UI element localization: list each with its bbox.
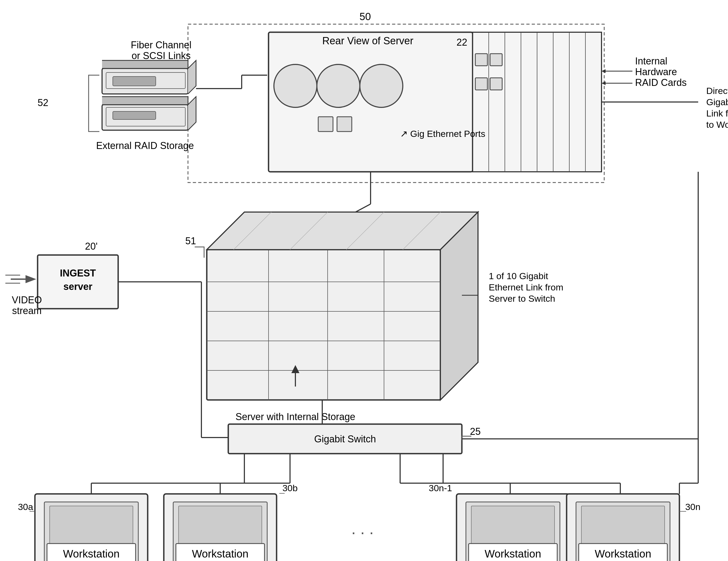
- svg-text:Link from Server: Link from Server: [706, 108, 728, 118]
- svg-rect-47: [207, 250, 440, 400]
- svg-rect-20: [318, 117, 333, 132]
- svg-text:22: 22: [457, 37, 467, 48]
- svg-text:. . .: . . .: [351, 520, 374, 538]
- svg-text:Gigabit Ethernet: Gigabit Ethernet: [706, 97, 728, 107]
- svg-text:30b: 30b: [282, 483, 298, 493]
- svg-text:or SCSI Links: or SCSI Links: [132, 50, 191, 61]
- svg-rect-34: [490, 78, 502, 90]
- svg-marker-36: [602, 69, 606, 73]
- svg-text:20': 20': [85, 241, 98, 252]
- svg-text:Workstation: Workstation: [192, 548, 248, 560]
- svg-point-19: [360, 64, 403, 107]
- svg-text:Fiber Channel: Fiber Channel: [131, 39, 191, 50]
- svg-rect-7: [113, 111, 156, 120]
- svg-rect-4: [113, 77, 156, 86]
- svg-text:Workstation: Workstation: [63, 548, 119, 560]
- svg-point-18: [317, 64, 360, 107]
- diagram-container: 50 52 External RAID Storage Fiber Channe…: [0, 0, 728, 561]
- svg-text:External RAID Storage: External RAID Storage: [96, 140, 194, 151]
- svg-text:30n: 30n: [685, 502, 701, 512]
- svg-text:Hardware: Hardware: [635, 66, 677, 77]
- svg-text:Server to Switch: Server to Switch: [489, 293, 555, 303]
- main-diagram-svg: 50 52 External RAID Storage Fiber Channe…: [0, 0, 728, 561]
- svg-text:RAID Cards: RAID Cards: [635, 77, 687, 88]
- svg-rect-32: [490, 54, 502, 66]
- svg-text:50: 50: [360, 11, 371, 22]
- svg-text:52: 52: [38, 97, 48, 108]
- svg-rect-21: [337, 117, 352, 132]
- svg-point-17: [274, 64, 317, 107]
- svg-text:Direct 1 or 10: Direct 1 or 10: [706, 86, 728, 96]
- svg-text:to Workstation: to Workstation: [706, 120, 728, 130]
- svg-text:VIDEO: VIDEO: [12, 294, 42, 305]
- svg-text:1 of 10 Gigabit: 1 of 10 Gigabit: [489, 271, 548, 281]
- svg-text:server: server: [63, 281, 92, 292]
- svg-text:Rear View of Server: Rear View of Server: [322, 35, 414, 46]
- svg-marker-67: [26, 275, 36, 283]
- svg-text:stream: stream: [12, 305, 42, 316]
- svg-text:51: 51: [185, 236, 196, 247]
- svg-text:INGEST: INGEST: [60, 268, 96, 279]
- svg-text:Workstation: Workstation: [485, 548, 541, 560]
- svg-text:↗ Gig Ethernet Ports: ↗ Gig Ethernet Ports: [400, 129, 485, 139]
- svg-text:30a: 30a: [18, 502, 33, 512]
- svg-rect-31: [475, 54, 487, 66]
- svg-text:25: 25: [470, 426, 481, 437]
- svg-text:Workstation: Workstation: [595, 548, 651, 560]
- svg-text:Gigabit Switch: Gigabit Switch: [314, 433, 376, 444]
- svg-marker-38: [602, 81, 606, 85]
- svg-text:Ethernet Link from: Ethernet Link from: [489, 282, 563, 292]
- svg-text:Server with Internal Storage: Server with Internal Storage: [236, 411, 355, 422]
- svg-text:30n-1: 30n-1: [429, 483, 452, 493]
- svg-text:Internal: Internal: [635, 56, 667, 67]
- svg-rect-33: [475, 78, 487, 90]
